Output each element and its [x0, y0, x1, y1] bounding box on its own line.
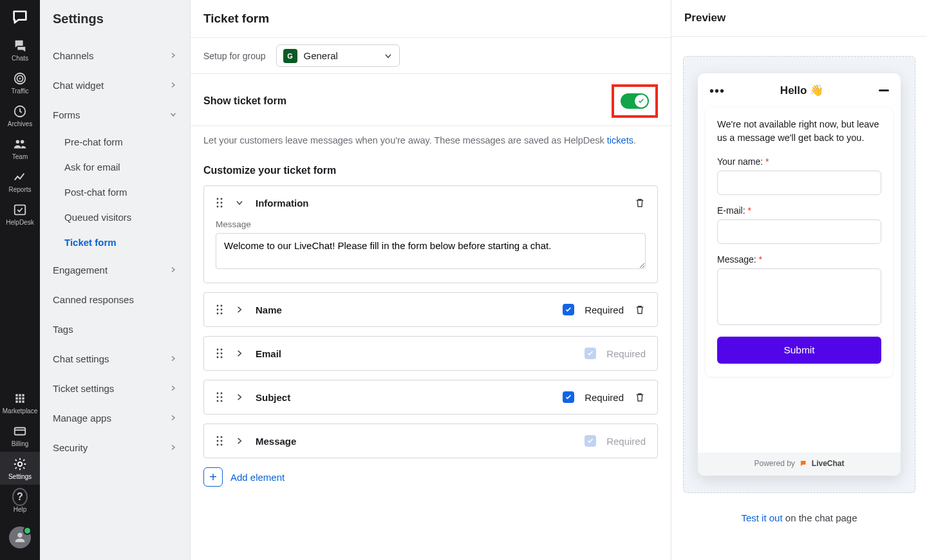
sidebar-sub-queued[interactable]: Queued visitors — [64, 205, 190, 230]
app-logo[interactable] — [8, 5, 32, 28]
svg-point-37 — [221, 444, 223, 446]
nav-traffic[interactable]: Traffic — [0, 66, 40, 99]
delete-icon[interactable] — [634, 391, 646, 403]
group-badge: G — [283, 49, 297, 63]
nav-reports-label: Reports — [8, 186, 31, 193]
add-element-button[interactable]: + — [203, 467, 223, 487]
nav-helpdesk[interactable]: HelpDesk — [0, 198, 40, 230]
sidebar-sub-ticket-form[interactable]: Ticket form — [64, 230, 190, 255]
required-label: Required — [585, 304, 624, 315]
nav-help-label: Help — [14, 506, 27, 513]
user-avatar[interactable] — [9, 527, 31, 548]
nav-settings[interactable]: Settings — [0, 452, 40, 485]
required-checkbox-locked — [585, 348, 596, 359]
nav-help[interactable]: ? Help — [0, 485, 40, 518]
expand-icon[interactable] — [235, 349, 244, 358]
nav-archives[interactable]: Archives — [0, 99, 40, 132]
svg-point-11 — [221, 202, 223, 204]
svg-point-33 — [221, 436, 223, 438]
toggle-knob — [635, 95, 648, 107]
nav-marketplace[interactable]: Marketplace — [0, 386, 40, 419]
field-block-information: Information Message — [203, 185, 658, 283]
svg-point-22 — [217, 353, 219, 355]
name-input[interactable] — [717, 171, 881, 195]
required-checkbox[interactable] — [563, 304, 574, 315]
sidebar-item-channels[interactable]: Channels — [40, 41, 190, 70]
delete-icon[interactable] — [634, 197, 646, 209]
nav-team[interactable]: Team — [0, 132, 40, 165]
sidebar-item-forms[interactable]: Forms — [40, 100, 190, 129]
expand-icon[interactable] — [235, 305, 244, 314]
drag-handle-icon[interactable] — [216, 392, 223, 402]
email-input[interactable] — [717, 219, 881, 244]
submit-button[interactable]: Submit — [717, 337, 881, 364]
highlight-box — [612, 84, 658, 118]
drag-handle-icon[interactable] — [216, 304, 223, 315]
customize-heading: Customize your ticket form — [191, 165, 671, 185]
sidebar-item-canned[interactable]: Canned responses — [40, 285, 190, 314]
svg-point-28 — [217, 397, 219, 398]
powered-by: Powered by LiveChat — [698, 453, 901, 476]
message-textarea[interactable] — [717, 268, 881, 325]
chat-title: Hello 👋 — [780, 84, 823, 97]
sidebar-item-manage-apps[interactable]: Manage apps — [40, 403, 190, 433]
gear-icon — [12, 456, 28, 472]
sidebar-item-chat-settings[interactable]: Chat settings — [40, 344, 190, 373]
sidebar-sub-pre-chat[interactable]: Pre-chat form — [64, 129, 190, 154]
tickets-link[interactable]: tickets — [607, 135, 633, 145]
drag-handle-icon[interactable] — [216, 348, 223, 359]
sidebar-item-security[interactable]: Security — [40, 433, 190, 462]
chevron-down-icon — [169, 111, 177, 118]
add-element-label[interactable]: Add element — [230, 472, 285, 483]
nav-traffic-label: Traffic — [11, 88, 28, 95]
svg-point-14 — [217, 305, 219, 307]
svg-point-8 — [217, 198, 219, 200]
svg-point-32 — [217, 436, 219, 438]
svg-point-30 — [217, 400, 219, 402]
svg-point-23 — [221, 353, 223, 355]
welcome-message-input[interactable] — [216, 233, 646, 269]
card-icon — [12, 424, 28, 439]
sidebar-label: Tags — [53, 324, 73, 335]
drag-handle-icon[interactable] — [216, 436, 223, 446]
collapse-icon[interactable] — [235, 198, 244, 207]
sidebar-sub-post-chat[interactable]: Post-chat form — [64, 180, 190, 205]
test-it-out-link[interactable]: Test it out — [741, 512, 782, 523]
field-title: Subject — [256, 392, 290, 403]
delete-icon[interactable] — [634, 304, 646, 315]
minimize-icon[interactable] — [879, 89, 889, 91]
expand-icon[interactable] — [235, 393, 244, 402]
required-checkbox-locked — [585, 435, 596, 447]
team-icon — [12, 136, 28, 152]
svg-point-31 — [221, 400, 223, 402]
expand-icon[interactable] — [235, 436, 244, 445]
svg-point-20 — [217, 349, 219, 351]
svg-point-10 — [217, 202, 219, 204]
nav-marketplace-label: Marketplace — [3, 407, 37, 415]
nav-billing-label: Billing — [12, 440, 29, 447]
sidebar-item-engagement[interactable]: Engagement — [40, 255, 190, 285]
sidebar-item-chat-widget[interactable]: Chat widget — [40, 70, 190, 100]
sidebar-label: Channels — [53, 50, 93, 61]
sidebar-label: Ticket settings — [53, 383, 114, 394]
required-checkbox[interactable] — [563, 391, 574, 403]
nav-reports[interactable]: Reports — [0, 165, 40, 198]
livechat-logo-icon — [799, 459, 808, 468]
help-icon: ? — [12, 489, 28, 505]
svg-point-12 — [217, 206, 219, 208]
drag-handle-icon[interactable] — [216, 198, 223, 208]
nav-helpdesk-label: HelpDesk — [6, 219, 33, 226]
group-select[interactable]: G General — [276, 44, 400, 67]
sidebar-item-ticket-settings[interactable]: Ticket settings — [40, 373, 190, 403]
chevron-right-icon — [169, 51, 177, 59]
svg-point-2 — [19, 78, 21, 80]
show-ticket-form-toggle[interactable] — [621, 93, 649, 109]
sidebar-item-tags[interactable]: Tags — [40, 314, 190, 344]
svg-point-29 — [221, 397, 223, 398]
nav-billing[interactable]: Billing — [0, 419, 40, 452]
sidebar-sub-ask-email[interactable]: Ask for email — [64, 154, 190, 180]
svg-point-21 — [221, 349, 223, 351]
nav-chats-label: Chats — [12, 55, 28, 62]
nav-chats[interactable]: Chats — [0, 33, 40, 66]
show-ticket-form-label: Show ticket form — [203, 95, 286, 107]
